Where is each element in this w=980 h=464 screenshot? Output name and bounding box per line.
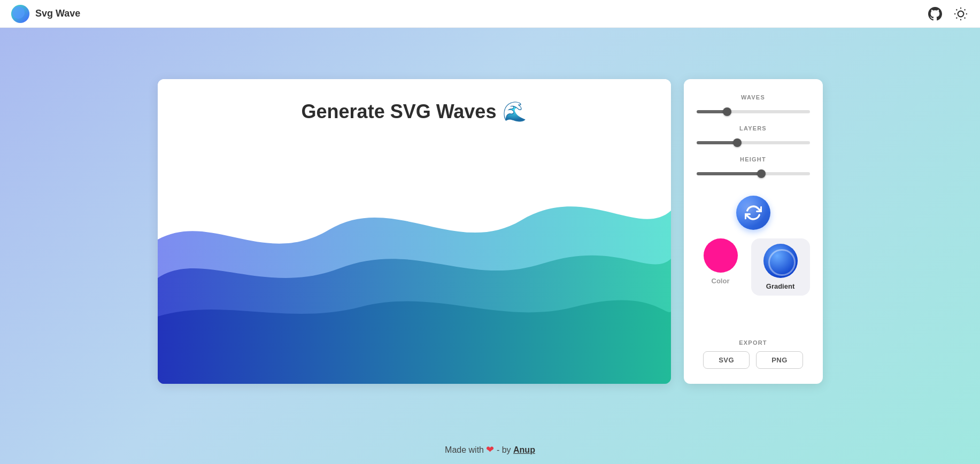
svg-line-6: [964, 17, 966, 18]
color-gradient-section: Color Gradient: [697, 238, 810, 296]
github-button[interactable]: [927, 5, 944, 22]
svg-line-5: [956, 9, 958, 10]
controls-panel: WAVES LAYERS HEIGHT: [684, 79, 823, 384]
main-content: Generate SVG Waves 🌊: [0, 28, 980, 435]
author-link[interactable]: Anup: [513, 445, 535, 454]
color-option[interactable]: Color: [697, 238, 745, 285]
color-option-label: Color: [712, 277, 730, 285]
refresh-button[interactable]: [736, 196, 770, 230]
wave-svg-container: [158, 134, 671, 384]
color-circle-gradient: [763, 244, 798, 278]
waves-section: WAVES: [697, 94, 810, 115]
png-export-button[interactable]: PNG: [756, 351, 803, 369]
svg-point-2: [958, 11, 964, 17]
refresh-section: [697, 196, 810, 230]
footer: Made with ❤ - by Anup: [0, 435, 980, 464]
color-circle-solid: [704, 238, 738, 273]
waves-label: WAVES: [697, 94, 810, 100]
header: Svg Wave: [0, 0, 980, 28]
preview-title-area: Generate SVG Waves 🌊: [158, 79, 671, 134]
wave-svg-preview: [158, 134, 671, 384]
svg-line-10: [964, 9, 966, 10]
theme-toggle-button[interactable]: [952, 5, 969, 22]
header-right: [927, 5, 969, 22]
layers-section: LAYERS: [697, 125, 810, 146]
preview-title: Generate SVG Waves 🌊: [168, 100, 660, 123]
gradient-option[interactable]: Gradient: [751, 238, 810, 296]
height-section: HEIGHT: [697, 156, 810, 177]
github-icon: [928, 7, 942, 21]
height-label: HEIGHT: [697, 156, 810, 163]
export-section: EXPORT SVG PNG: [697, 339, 810, 369]
dash-text: - by: [497, 445, 511, 454]
wave-emoji: 🌊: [503, 100, 527, 123]
preview-panel: Generate SVG Waves 🌊: [158, 79, 671, 384]
layers-label: LAYERS: [697, 125, 810, 132]
refresh-icon: [745, 204, 762, 221]
app-logo: [11, 4, 30, 24]
height-slider[interactable]: [697, 172, 810, 175]
sun-icon: [954, 7, 968, 21]
layers-slider[interactable]: [697, 141, 810, 144]
export-label: EXPORT: [697, 339, 810, 346]
gradient-option-label: Gradient: [766, 282, 794, 290]
export-buttons: SVG PNG: [697, 351, 810, 369]
heart-icon: ❤: [486, 444, 494, 455]
made-with-text: Made with: [445, 445, 484, 454]
app-title: Svg Wave: [35, 8, 80, 19]
svg-point-1: [12, 6, 25, 18]
svg-export-button[interactable]: SVG: [703, 351, 750, 369]
waves-slider[interactable]: [697, 110, 810, 113]
svg-line-9: [956, 17, 958, 18]
header-left: Svg Wave: [11, 4, 80, 24]
